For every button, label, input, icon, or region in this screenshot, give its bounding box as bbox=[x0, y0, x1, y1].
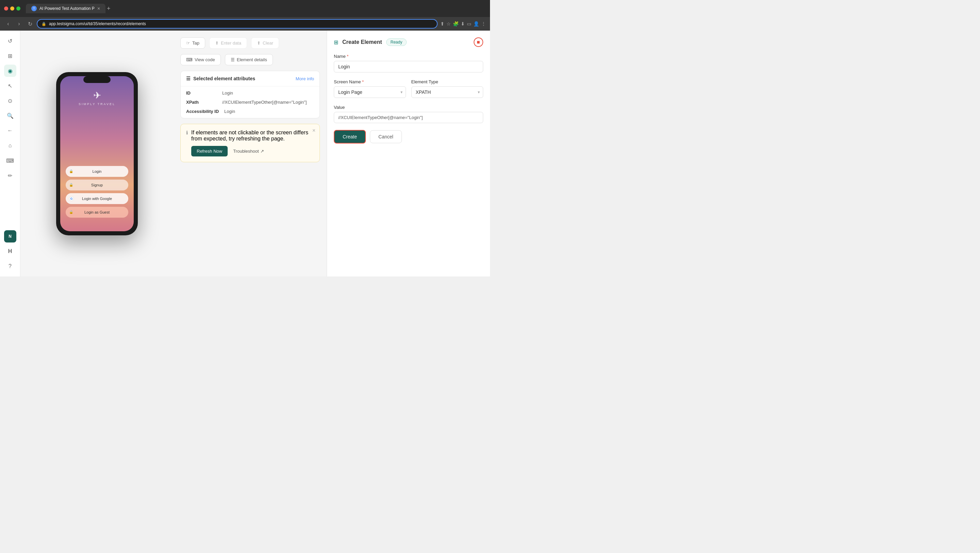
url-bar[interactable]: 🔒 app.testsigma.com/ui/td/35/elements/re… bbox=[37, 19, 438, 29]
sidebar-icon-cursor[interactable]: ↖ bbox=[4, 79, 16, 92]
sidebar-icon-wifi[interactable]: ⊙ bbox=[4, 95, 16, 107]
cancel-button[interactable]: Cancel bbox=[370, 130, 402, 143]
panel-title: Create Element bbox=[342, 39, 382, 45]
sidebar-icon-help[interactable]: ? bbox=[4, 260, 16, 272]
right-panel-header: ⊞ Create Element Ready ⏹ bbox=[334, 37, 483, 47]
enter-data-icon: ⬆ bbox=[215, 40, 219, 46]
sidebar-icon-grid[interactable]: ⊞ bbox=[4, 50, 16, 62]
create-button[interactable]: Create bbox=[334, 130, 366, 143]
value-input[interactable] bbox=[334, 112, 483, 123]
view-code-button[interactable]: ⌨ View code bbox=[180, 54, 221, 65]
left-sidebar: ↺ ⊞ ◉ ↖ ⊙ 🔍 ← ⌂ ⌨ ✏ N H ? bbox=[0, 30, 21, 276]
guest-button-label: Login as Guest bbox=[84, 210, 110, 214]
warning-close-button[interactable]: × bbox=[312, 127, 315, 133]
back-nav-button[interactable]: ‹ bbox=[4, 20, 12, 28]
app-container: ↺ ⊞ ◉ ↖ ⊙ 🔍 ← ⌂ ⌨ ✏ N H ? ✈ SIMPLY TRAVE… bbox=[0, 30, 490, 276]
right-panel: ⊞ Create Element Ready ⏹ Name * Screen N… bbox=[327, 30, 490, 276]
warning-card: × ℹ If elements are not clickable or the… bbox=[180, 124, 320, 162]
sidebar-icon-n-badge[interactable]: N bbox=[4, 230, 16, 243]
action-bar: ☞ Tap ⬆ Enter data ⬆ Clear bbox=[180, 37, 320, 49]
phone-google-button[interactable]: G Login with Google bbox=[66, 193, 128, 204]
lock-icon: 🔒 bbox=[69, 169, 73, 173]
bookmark-icon[interactable]: ☆ bbox=[447, 21, 451, 27]
attr-accessibility-row: Accessibility ID Login bbox=[186, 109, 314, 114]
sidebar-icon-keyboard[interactable]: ⌨ bbox=[4, 154, 16, 167]
warning-actions: Refresh Now Troubleshoot ↗ bbox=[191, 146, 314, 156]
element-attrs-list: ID Login XPath //XCUIElementTypeOther[@n… bbox=[181, 86, 320, 118]
share-icon[interactable]: ⬆ bbox=[440, 21, 444, 27]
element-type-select[interactable]: XPATH ID Name Accessibility ID bbox=[411, 86, 484, 98]
address-bar: ‹ › ↻ 🔒 app.testsigma.com/ui/td/35/eleme… bbox=[0, 17, 490, 30]
name-input[interactable] bbox=[334, 61, 483, 72]
sidebar-icon-home[interactable]: ⌂ bbox=[4, 140, 16, 152]
minimize-window-button[interactable] bbox=[10, 6, 14, 11]
lock-icon: 🔒 bbox=[69, 210, 73, 214]
warning-content: ℹ If elements are not clickable or the s… bbox=[186, 130, 314, 156]
screen-type-row: Screen Name * Login Page Home Page Signu… bbox=[334, 79, 483, 98]
code-icon: ⌨ bbox=[186, 57, 192, 62]
attr-id-row: ID Login bbox=[186, 91, 314, 95]
active-tab[interactable]: T AI Powered Test Automation P × bbox=[26, 4, 105, 13]
value-form-group: Value bbox=[334, 105, 483, 123]
element-type-select-wrapper: XPATH ID Name Accessibility ID ▾ bbox=[411, 86, 484, 98]
tab-close-button[interactable]: × bbox=[97, 6, 100, 11]
sidebar-icon-refresh[interactable]: ↺ bbox=[4, 35, 16, 47]
login-button-label: Login bbox=[92, 169, 102, 173]
close-window-button[interactable] bbox=[4, 6, 8, 11]
sidebar-toggle-icon[interactable]: ▭ bbox=[467, 21, 471, 27]
external-link-icon: ↗ bbox=[260, 149, 264, 154]
sidebar-icon-record[interactable]: ◉ bbox=[4, 65, 16, 77]
google-icon: G bbox=[69, 196, 74, 201]
xpath-value: //XCUIElementTypeOther[@name="Login"] bbox=[222, 100, 307, 105]
details-icon: ☰ bbox=[231, 57, 235, 62]
panel-icon: ⊞ bbox=[334, 39, 338, 46]
name-required-indicator: * bbox=[347, 54, 348, 59]
tap-button[interactable]: ☞ Tap bbox=[180, 37, 205, 49]
element-details-label: Element details bbox=[237, 57, 267, 62]
stop-button[interactable]: ⏹ bbox=[474, 37, 483, 47]
reload-button[interactable]: ↻ bbox=[26, 20, 34, 28]
brand-text: SIMPLY TRAVEL bbox=[79, 102, 115, 106]
traffic-lights bbox=[4, 6, 21, 11]
sidebar-icon-search[interactable]: 🔍 bbox=[4, 110, 16, 122]
screen-name-select[interactable]: Login Page Home Page Signup Page bbox=[334, 86, 406, 98]
menu-icon[interactable]: ⋮ bbox=[481, 21, 486, 27]
phone-signup-button[interactable]: 🔒 Signup bbox=[66, 180, 128, 191]
ready-badge: Ready bbox=[386, 38, 407, 46]
list-icon: ☰ bbox=[186, 76, 191, 81]
sidebar-icon-back[interactable]: ← bbox=[4, 124, 16, 137]
tap-label: Tap bbox=[192, 40, 199, 46]
forward-nav-button[interactable]: › bbox=[15, 20, 23, 28]
browser-chrome: T AI Powered Test Automation P × + bbox=[0, 0, 490, 17]
value-label: Value bbox=[334, 105, 483, 110]
element-card-title-text: Selected element attributes bbox=[193, 76, 255, 81]
phone-guest-button[interactable]: 🔒 Login as Guest bbox=[66, 207, 128, 218]
clear-button[interactable]: ⬆ Clear bbox=[251, 37, 279, 49]
troubleshoot-link[interactable]: Troubleshoot ↗ bbox=[233, 149, 264, 154]
screen-name-required-indicator: * bbox=[362, 79, 364, 84]
profile-icon[interactable]: 👤 bbox=[473, 21, 479, 27]
maximize-window-button[interactable] bbox=[16, 6, 21, 11]
refresh-now-button[interactable]: Refresh Now bbox=[191, 146, 228, 156]
clear-label: Clear bbox=[263, 40, 273, 46]
extension-icon[interactable]: 🧩 bbox=[453, 21, 459, 27]
download-icon[interactable]: ⬇ bbox=[461, 21, 465, 27]
warning-text: If elements are not clickable or the scr… bbox=[191, 130, 314, 156]
clear-icon: ⬆ bbox=[257, 40, 261, 46]
sidebar-icon-h[interactable]: H bbox=[4, 245, 16, 257]
element-card-title: ☰ Selected element attributes bbox=[186, 76, 255, 81]
lock-icon: 🔒 bbox=[41, 22, 46, 26]
element-card-header: ☰ Selected element attributes More info bbox=[181, 71, 320, 86]
element-details-button[interactable]: ☰ Element details bbox=[225, 54, 273, 65]
new-tab-button[interactable]: + bbox=[107, 5, 111, 12]
lock-icon: 🔒 bbox=[69, 183, 73, 187]
sidebar-icon-draw[interactable]: ✏ bbox=[4, 169, 16, 182]
xpath-label: XPath bbox=[186, 100, 217, 105]
phone-area: ✈ SIMPLY TRAVEL 🔒 Login 🔒 Signup bbox=[21, 30, 173, 276]
phone-buttons: 🔒 Login 🔒 Signup G Login with Google bbox=[60, 166, 134, 218]
phone-mockup: ✈ SIMPLY TRAVEL 🔒 Login 🔒 Signup bbox=[56, 72, 138, 235]
phone-login-button[interactable]: 🔒 Login bbox=[66, 166, 128, 177]
more-info-link[interactable]: More info bbox=[296, 76, 314, 81]
signup-button-label: Signup bbox=[91, 183, 103, 187]
enter-data-button[interactable]: ⬆ Enter data bbox=[209, 37, 247, 49]
